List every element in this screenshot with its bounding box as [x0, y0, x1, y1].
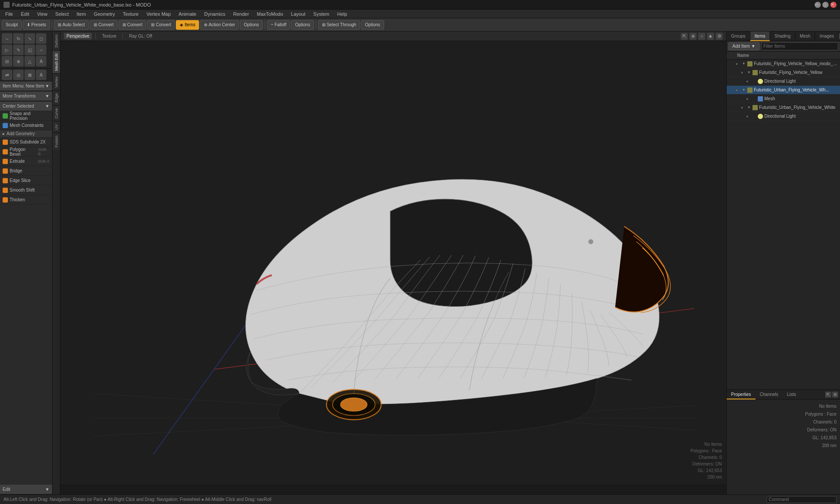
convert1-button[interactable]: ⊞ Convert: [90, 20, 118, 30]
side-tab-uv[interactable]: UV: [52, 121, 60, 133]
tab-items[interactable]: Items: [750, 32, 770, 41]
tool-pen-icon[interactable]: ✎: [13, 45, 24, 55]
tab-shading[interactable]: Shading: [770, 32, 795, 41]
tab-groups[interactable]: Groups: [727, 32, 750, 41]
options2-button[interactable]: Options: [291, 20, 314, 30]
action-center-button[interactable]: ⊕ Action Center: [200, 20, 239, 30]
add-geometry-header[interactable]: ▸ Add Geometry: [0, 130, 52, 137]
visibility-2[interactable]: ●: [739, 70, 745, 76]
edge-slice-button[interactable]: Edge Slice: [0, 176, 52, 186]
menu-edit[interactable]: Edit: [18, 11, 33, 17]
tool-6icon[interactable]: △: [24, 56, 35, 66]
tree-row-6[interactable]: ● ▼ Futuristic_Urban_Flying_Vehicle_Whit…: [727, 103, 840, 112]
tool-8icon[interactable]: ⇄: [2, 70, 12, 80]
viewport[interactable]: Perspective Texture Ray GL: Off ⇱ ⊕ ○ ◈ …: [60, 32, 726, 494]
menu-item[interactable]: Item: [73, 11, 89, 17]
tool-select2-icon[interactable]: ▷: [2, 45, 12, 55]
expand-7[interactable]: [752, 114, 757, 119]
viewport-texture-tab[interactable]: Texture: [99, 33, 119, 39]
menu-help[interactable]: Help: [334, 11, 351, 17]
maximize-button[interactable]: □: [822, 2, 829, 8]
tool-select-icon[interactable]: ◻: [36, 33, 46, 44]
props-tab-lists[interactable]: Lists: [783, 390, 801, 399]
side-tab-deform[interactable]: Deform: [52, 32, 60, 50]
tab-images[interactable]: Images: [815, 32, 839, 41]
command-input[interactable]: [766, 496, 836, 503]
tree-row-4[interactable]: ● ▼ Futuristic_Urban_Flying_Vehicle_Wh..…: [727, 86, 840, 94]
expand-1[interactable]: ▼: [741, 61, 746, 66]
menu-dynamics[interactable]: Dynamics: [201, 11, 229, 17]
expand-3[interactable]: [752, 79, 757, 84]
minimize-button[interactable]: ─: [815, 2, 821, 8]
thicken-button[interactable]: Thicken: [0, 195, 52, 205]
expand-6[interactable]: ▼: [746, 105, 752, 110]
expand-5[interactable]: [752, 96, 757, 102]
side-tab-curve[interactable]: Curve: [52, 105, 60, 121]
tab-mesh[interactable]: Mesh: [795, 32, 815, 41]
window-controls[interactable]: ─ □ ✕: [815, 2, 836, 8]
tree-row-3[interactable]: ● Directional Light: [727, 77, 840, 86]
tool-move-icon[interactable]: ↔: [2, 33, 12, 44]
viewport-canvas[interactable]: X Y Z No Items Polygons : Face Channels:…: [60, 41, 726, 485]
menu-texture[interactable]: Texture: [119, 11, 142, 17]
menu-select[interactable]: Select: [52, 11, 72, 17]
menu-geometry[interactable]: Geometry: [90, 11, 118, 17]
visibility-5[interactable]: ●: [744, 96, 750, 102]
tool-4icon[interactable]: ⊟: [2, 56, 12, 66]
side-tab-mesh-edit[interactable]: Mesh Edit: [52, 50, 60, 74]
side-tab-vertex[interactable]: Vertex: [52, 74, 60, 91]
visibility-1[interactable]: ●: [734, 61, 740, 67]
expand-4[interactable]: ▼: [741, 88, 746, 93]
extrude-button[interactable]: Extrude Shift-X: [0, 157, 52, 166]
more-transforms-dropdown[interactable]: More Transforms ▼: [0, 91, 52, 101]
tool-7icon[interactable]: A: [36, 56, 46, 66]
side-tab-fusion[interactable]: Fusion: [52, 133, 60, 150]
filter-items-input[interactable]: [761, 42, 838, 50]
menu-animate[interactable]: Animate: [175, 11, 200, 17]
props-icon-settings[interactable]: ⚙: [832, 392, 838, 398]
visibility-6[interactable]: ●: [739, 105, 745, 111]
sculpt-button[interactable]: Sculpt: [2, 20, 22, 30]
falloff-button[interactable]: ~ Falloff: [267, 20, 290, 30]
presets-button[interactable]: ⬇ Presets: [23, 20, 50, 30]
viewport-icon-5[interactable]: ⚙: [716, 33, 723, 40]
snaps-precision-button[interactable]: Snaps and Precision: [0, 111, 52, 121]
visibility-3[interactable]: ●: [744, 78, 750, 84]
tool-box-icon[interactable]: ◱: [24, 45, 35, 55]
auto-select-button[interactable]: ⊞ Auto Select: [54, 20, 88, 30]
bridge-button[interactable]: Bridge: [0, 166, 52, 176]
viewport-icon-4[interactable]: ◈: [707, 33, 714, 40]
viewport-icon-2[interactable]: ⊕: [690, 33, 696, 40]
tree-row-1[interactable]: ● ▼ Futuristic_Flying_Vehicle_Yellow_mod…: [727, 60, 840, 68]
convert3-button[interactable]: ⊞ Convert: [147, 20, 175, 30]
add-item-button[interactable]: Add Item ▼: [728, 42, 760, 50]
tree-row-7[interactable]: ● Directional Light: [727, 112, 840, 121]
side-tab-edge[interactable]: Edge: [52, 90, 60, 105]
sds-subdivide-button[interactable]: SDS Subdivide 2X: [0, 137, 52, 147]
tool-9icon[interactable]: ◎: [13, 70, 24, 80]
expand-2[interactable]: ▼: [746, 70, 752, 75]
visibility-7[interactable]: ●: [744, 113, 750, 119]
viewport-icon-3[interactable]: ○: [698, 33, 705, 40]
menu-render[interactable]: Render: [230, 11, 252, 17]
item-tree[interactable]: ● ▼ Futuristic_Flying_Vehicle_Yellow_mod…: [727, 60, 840, 389]
smooth-shift-button[interactable]: Smooth Shift: [0, 186, 52, 195]
tool-5icon[interactable]: ⊕: [13, 56, 24, 66]
select-through-button[interactable]: ⊞ Select Through: [318, 20, 360, 30]
item-menu-dropdown[interactable]: Item Menu: New Item ▼: [0, 81, 52, 91]
menu-view[interactable]: View: [34, 11, 51, 17]
props-icon-expand[interactable]: ⇱: [825, 392, 831, 398]
menu-system[interactable]: System: [310, 11, 333, 17]
menu-maxtomodo[interactable]: MaxToModo: [253, 11, 287, 17]
menu-file[interactable]: File: [2, 11, 17, 17]
close-button[interactable]: ✕: [830, 2, 836, 8]
tool-sphere-icon[interactable]: ○: [36, 45, 46, 55]
tool-11icon[interactable]: A: [36, 70, 46, 80]
tool-rotate-icon[interactable]: ↻: [13, 33, 24, 44]
visibility-4[interactable]: ●: [734, 87, 740, 93]
menu-vertex-map[interactable]: Vertex Map: [143, 11, 175, 17]
mesh-constraints-button[interactable]: Mesh Constraints: [0, 121, 52, 130]
edit-dropdown[interactable]: Edit ▼: [0, 485, 52, 494]
tree-row-5[interactable]: ● Mesh: [727, 94, 840, 103]
options3-button[interactable]: Options: [361, 20, 384, 30]
